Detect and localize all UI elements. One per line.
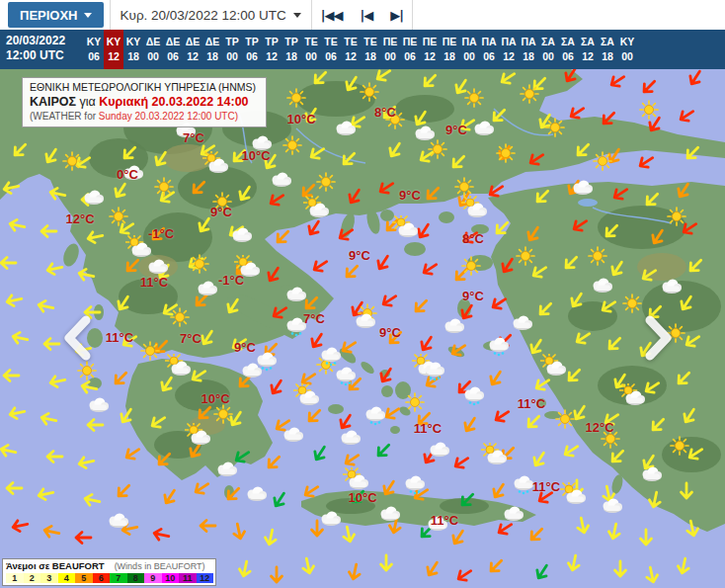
timeline-slot[interactable]: ΠΕ06: [400, 30, 420, 69]
legend-beaufort-cell: 1: [6, 573, 24, 584]
timeline-slot[interactable]: ΤΕ00: [301, 30, 321, 69]
beaufort-legend: Άνεμοι σε BEAUFORT(Winds in BEAUFORT) 12…: [2, 558, 216, 587]
map-terrain: [0, 69, 725, 588]
slot-hour: 18: [523, 49, 534, 64]
slot-day: ΠΕ: [383, 35, 398, 49]
chevron-right-icon: [642, 315, 676, 361]
timeline-slot[interactable]: ΔΕ06: [163, 30, 183, 69]
timeline-slot[interactable]: ΔΕ00: [143, 30, 163, 69]
slot-day: ΣΑ: [581, 35, 595, 49]
slot-hour: 00: [542, 49, 554, 64]
chevron-down-icon: [84, 13, 92, 18]
legend-beaufort-cell: 6: [93, 573, 111, 584]
pan-right-button[interactable]: [642, 315, 676, 361]
slot-hour: 00: [384, 49, 396, 64]
slot-hour: 12: [266, 49, 278, 64]
timeline-slot[interactable]: ΚΥ00: [617, 30, 637, 69]
slot-day: ΤΕ: [304, 35, 317, 49]
timeline-slot[interactable]: ΤΕ18: [361, 30, 380, 69]
timeline-slot[interactable]: ΤΡ18: [282, 30, 301, 69]
separator: [412, 0, 413, 30]
forecast-datetime-gr: Κυριακή 20.03.2022 14:00: [99, 95, 248, 109]
next-step-button[interactable]: ▶|: [381, 0, 412, 30]
slot-day: ΠΕ: [403, 35, 418, 49]
slot-hour: 18: [443, 49, 455, 64]
timeline-slot[interactable]: ΤΕ06: [321, 30, 341, 69]
timeline-slot[interactable]: ΚΥ06: [84, 30, 104, 69]
timeline-slot[interactable]: ΔΕ18: [202, 30, 222, 69]
timeline-slot[interactable]: ΚΥ18: [123, 30, 143, 69]
legend-beaufort-cell: 4: [58, 573, 76, 584]
slot-day: ΔΕ: [186, 35, 201, 49]
timeline-slot[interactable]: ΣΑ18: [598, 30, 617, 69]
slot-hour: 06: [88, 49, 100, 64]
slot-day: ΤΕ: [324, 35, 337, 49]
slot-hour: 18: [602, 49, 613, 64]
timeline-slot[interactable]: ΠΕ00: [380, 30, 400, 69]
skip-to-first-button[interactable]: |◀◀: [312, 0, 352, 30]
slot-hour: 18: [364, 49, 376, 64]
slot-hour: 06: [404, 49, 416, 64]
timeline-slot[interactable]: ΤΡ00: [222, 30, 242, 69]
slot-day: ΤΡ: [245, 35, 258, 49]
timeline-slot[interactable]: ΣΑ12: [578, 30, 598, 69]
timeline-slot[interactable]: ΣΑ00: [538, 30, 558, 69]
legend-scale: 123456789101112: [6, 573, 213, 584]
timeline-slot[interactable]: ΔΕ12: [183, 30, 202, 69]
previous-step-button[interactable]: |◀: [351, 0, 381, 30]
date-selector-label: Κυρ. 20/03/2022 12:00 UTC: [121, 8, 286, 23]
timeline-slot[interactable]: ΠΑ12: [499, 30, 519, 69]
legend-beaufort-cell: 8: [127, 573, 145, 584]
slot-hour: 12: [345, 49, 357, 64]
weather-word-gr: ΚΑΙΡΟΣ: [30, 95, 76, 109]
slot-day: ΠΑ: [501, 35, 516, 49]
slot-hour: 06: [325, 49, 337, 64]
chevron-left-icon: [60, 315, 94, 361]
slot-day: ΠΑ: [481, 35, 496, 49]
slot-hour: 12: [187, 49, 199, 64]
timeline-slot[interactable]: ΤΕ12: [341, 30, 361, 69]
timeline-slot[interactable]: ΠΑ00: [459, 30, 479, 69]
timeline-bar: 20/03/2022 12:00 UTC ΚΥ06ΚΥ12ΚΥ18ΔΕ00ΔΕ0…: [0, 30, 725, 69]
legend-beaufort-cell: 10: [162, 573, 180, 584]
slot-day: ΔΕ: [166, 35, 181, 49]
slot-hour: 12: [424, 49, 436, 64]
slot-hour: 00: [463, 49, 475, 64]
slot-hour: 06: [483, 49, 495, 64]
slot-hour: 12: [503, 49, 515, 64]
legend-beaufort-cell: 12: [197, 573, 214, 584]
slot-hour: 12: [582, 49, 594, 64]
timeline-slot[interactable]: ΤΡ12: [262, 30, 282, 69]
timeline-slot[interactable]: ΤΡ06: [242, 30, 262, 69]
timeline-slot[interactable]: ΠΕ18: [440, 30, 459, 69]
slot-day: ΣΑ: [601, 35, 614, 49]
slot-day: ΔΕ: [146, 35, 161, 49]
region-dropdown-label: ΠΕΡΙΟΧΗ: [20, 8, 78, 23]
slot-day: ΚΥ: [126, 35, 141, 49]
slot-hour: 18: [206, 49, 218, 64]
timeline-slot[interactable]: ΚΥ12: [104, 30, 123, 69]
timeline-slot[interactable]: ΠΑ18: [519, 30, 538, 69]
slot-hour: 18: [127, 49, 139, 64]
slot-hour: 00: [147, 49, 159, 64]
slot-hour: 06: [246, 49, 258, 64]
slot-day: ΤΕ: [344, 35, 357, 49]
timeline-slot[interactable]: ΠΑ06: [479, 30, 499, 69]
slot-hour: 00: [621, 49, 633, 64]
current-time: 12:00 UTC: [6, 48, 84, 63]
slot-day: ΚΥ: [620, 35, 635, 49]
timeline-slot[interactable]: ΣΑ06: [558, 30, 578, 69]
date-selector[interactable]: Κυρ. 20/03/2022 12:00 UTC: [111, 0, 311, 30]
current-datetime-label: 20/03/2022 12:00 UTC: [0, 30, 84, 69]
legend-beaufort-cell: 5: [75, 573, 93, 584]
pan-left-button[interactable]: [60, 315, 94, 361]
forecast-datetime-en: Sunday 20.03.2022 12:00 UTC): [99, 111, 238, 122]
timeline-slot[interactable]: ΠΕ12: [420, 30, 440, 69]
forecast-title: ΚΑΙΡΟΣ για Κυριακή 20.03.2022 14:00: [30, 96, 259, 110]
legend-beaufort-cell: 3: [40, 573, 58, 584]
chevron-down-icon: [293, 13, 301, 18]
slot-day: ΤΡ: [265, 35, 278, 49]
weather-map: 10°C8°C9°C7°C10°C0°C9°C12°C9°C-1°C8°C9°C…: [0, 69, 725, 588]
slot-day: ΣΑ: [541, 35, 555, 49]
region-dropdown-button[interactable]: ΠΕΡΙΟΧΗ: [8, 2, 104, 28]
